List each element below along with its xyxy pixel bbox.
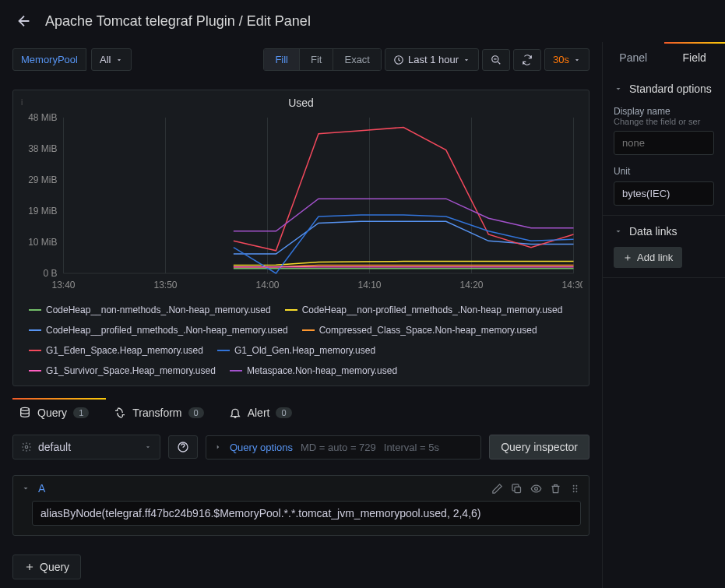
legend-swatch	[29, 370, 41, 371]
legend-label: CodeHeap__non-nmethods_.Non-heap_memory.…	[46, 305, 271, 315]
svg-text:14:30: 14:30	[561, 280, 582, 290]
copy-icon[interactable]	[511, 483, 523, 495]
refresh-icon	[522, 55, 533, 65]
data-links-section[interactable]: Data links	[614, 225, 714, 238]
chevron-right-icon[interactable]	[214, 443, 222, 451]
svg-text:13:50: 13:50	[153, 280, 177, 290]
transform-tab[interactable]: Transform 0	[111, 399, 206, 427]
refresh-interval-dropdown[interactable]: 30s	[544, 48, 590, 71]
legend-swatch	[217, 350, 230, 351]
standard-options-section[interactable]: Standard options	[614, 83, 714, 95]
page-title: Apache Tomcat telegraf Plugin / Edit Pan…	[45, 13, 311, 30]
standard-options-title: Standard options	[629, 83, 712, 95]
svg-text:14:00: 14:00	[255, 280, 279, 290]
chevron-down-icon	[614, 84, 623, 93]
variable-value-dropdown[interactable]: All	[91, 48, 132, 71]
exact-mode-button[interactable]: Exact	[333, 49, 381, 70]
svg-point-25	[535, 487, 538, 490]
bell-icon	[229, 407, 241, 419]
drag-handle-icon[interactable]	[569, 483, 581, 495]
transform-tab-badge: 0	[188, 407, 204, 418]
legend-item[interactable]: CodeHeap__non-nmethods_.Non-heap_memory.…	[29, 305, 271, 315]
legend-swatch	[29, 309, 41, 311]
chevron-down-icon[interactable]	[21, 484, 30, 493]
legend-swatch	[302, 329, 315, 331]
variable-label[interactable]: MemoryPool	[12, 48, 86, 71]
svg-point-21	[21, 407, 30, 410]
query-letter[interactable]: A	[38, 482, 45, 495]
legend-swatch	[285, 309, 297, 311]
database-icon	[19, 407, 31, 419]
legend-item[interactable]: Compressed_Class_Space.Non-heap_memory.u…	[302, 325, 537, 336]
datasource-icon	[21, 442, 32, 452]
chart-plot[interactable]: 0 B10 MiB19 MiB29 MiB38 MiB48 MiB13:4013…	[19, 114, 582, 293]
plus-icon	[623, 253, 632, 262]
legend-item[interactable]: CodeHeap__non-profiled_nmethods_.Non-hea…	[285, 305, 563, 315]
chevron-down-icon	[144, 443, 152, 451]
alert-tab-badge: 0	[276, 407, 291, 418]
legend-label: G1_Survivor_Space.Heap_memory.used	[46, 365, 216, 376]
legend-item[interactable]: G1_Old_Gen.Heap_memory.used	[217, 345, 375, 356]
edit-icon[interactable]	[491, 483, 503, 495]
zoom-out-button[interactable]	[482, 49, 510, 71]
svg-text:29 MiB: 29 MiB	[28, 174, 57, 185]
query-tab[interactable]: Query 1	[16, 399, 92, 427]
unit-label: Unit	[614, 166, 714, 177]
chevron-down-icon	[115, 56, 123, 64]
transform-tab-label: Transform	[132, 407, 181, 419]
query-md-text: MD = auto = 729	[301, 442, 376, 453]
refresh-interval-value: 30s	[553, 54, 569, 65]
trash-icon[interactable]	[550, 483, 561, 495]
fill-mode-button[interactable]: Fill	[264, 49, 299, 70]
legend-label: Compressed_Class_Space.Non-heap_memory.u…	[319, 325, 537, 336]
svg-text:14:20: 14:20	[459, 280, 483, 290]
datasource-name: default	[38, 441, 71, 453]
legend-label: CodeHeap__profiled_nmethods_.Non-heap_me…	[46, 325, 288, 336]
svg-point-31	[575, 491, 577, 492]
svg-point-30	[573, 491, 575, 492]
legend-swatch	[29, 350, 41, 351]
datasource-select[interactable]: default	[12, 435, 160, 459]
svg-text:10 MiB: 10 MiB	[28, 237, 57, 248]
legend-label: G1_Eden_Space.Heap_memory.used	[46, 345, 203, 356]
display-name-label: Display name	[614, 106, 714, 117]
plus-icon	[24, 562, 35, 572]
svg-point-26	[573, 484, 575, 486]
question-icon	[177, 441, 189, 453]
query-interval-text: Interval = 5s	[384, 442, 439, 453]
svg-text:48 MiB: 48 MiB	[28, 114, 57, 123]
display-name-input[interactable]	[614, 131, 714, 155]
back-button[interactable]	[16, 12, 33, 30]
legend-item[interactable]: CodeHeap__profiled_nmethods_.Non-heap_me…	[29, 325, 288, 336]
svg-text:14:10: 14:10	[357, 280, 381, 290]
legend-label: CodeHeap__non-profiled_nmethods_.Non-hea…	[302, 305, 563, 315]
legend-swatch	[230, 370, 242, 371]
fit-mode-button[interactable]: Fit	[299, 49, 333, 70]
query-text-input[interactable]	[32, 501, 581, 526]
variable-value: All	[100, 54, 111, 65]
help-button[interactable]	[168, 435, 198, 459]
unit-input[interactable]	[614, 181, 714, 206]
field-tab[interactable]: Field	[664, 42, 726, 73]
transform-icon	[114, 407, 126, 419]
time-range-picker[interactable]: Last 1 hour	[385, 48, 479, 71]
add-link-button[interactable]: Add link	[614, 247, 682, 268]
chart-title: Used	[19, 97, 582, 109]
alert-tab-label: Alert	[248, 407, 270, 419]
legend-item[interactable]: G1_Survivor_Space.Heap_memory.used	[29, 365, 216, 376]
eye-icon[interactable]	[530, 483, 542, 495]
legend-item[interactable]: G1_Eden_Space.Heap_memory.used	[29, 345, 203, 356]
alert-tab[interactable]: Alert 0	[226, 399, 295, 427]
chevron-down-icon	[614, 227, 623, 236]
svg-text:38 MiB: 38 MiB	[28, 143, 57, 154]
add-query-button[interactable]: Query	[12, 555, 81, 579]
query-options-link[interactable]: Query options	[230, 442, 293, 453]
panel-tab[interactable]: Panel	[603, 42, 664, 73]
add-query-label: Query	[40, 561, 69, 573]
svg-point-29	[575, 488, 577, 489]
time-range-label: Last 1 hour	[408, 54, 459, 65]
legend-item[interactable]: Metaspace.Non-heap_memory.used	[230, 365, 397, 376]
refresh-button[interactable]	[513, 49, 541, 71]
query-inspector-button[interactable]: Query inspector	[489, 435, 590, 459]
data-links-title: Data links	[629, 225, 677, 238]
